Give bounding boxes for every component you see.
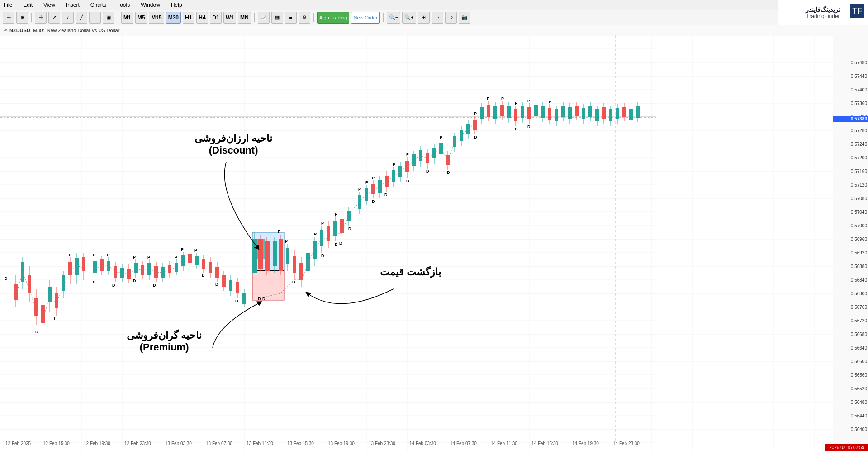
svg-rect-191 [426, 153, 429, 163]
svg-text:T: T [53, 316, 56, 321]
indicator-button[interactable]: ⚙ [299, 12, 310, 24]
svg-rect-104 [202, 259, 205, 269]
tf-d1[interactable]: D1 [210, 12, 222, 24]
svg-rect-86 [154, 266, 158, 278]
svg-rect-196 [439, 143, 443, 154]
price-56920: 0.56920 [851, 250, 867, 255]
candles-mid-left: P D P D P D [93, 253, 178, 288]
svg-text:P: P [181, 247, 184, 252]
menu-bar: File Edit View Insert Charts Tools Windo… [0, 0, 868, 10]
svg-rect-234 [534, 105, 538, 116]
svg-rect-73 [120, 268, 124, 278]
svg-text:P: P [365, 180, 368, 185]
menu-window[interactable]: Window [139, 1, 162, 9]
svg-rect-39 [28, 275, 31, 293]
menu-view[interactable]: View [42, 1, 57, 9]
price-56400: 0.56400 [851, 427, 867, 432]
tf-h4[interactable]: H4 [196, 12, 208, 24]
svg-rect-253 [595, 109, 599, 121]
svg-rect-157 [340, 219, 344, 233]
svg-text:12 Feb 23:30: 12 Feb 23:30 [124, 441, 151, 446]
zoom-out-chart[interactable]: 🔍− [387, 12, 400, 24]
svg-text:D: D [372, 199, 375, 204]
algo-trading-button[interactable]: Algo Trading [317, 12, 350, 24]
svg-rect-0 [0, 35, 833, 451]
tf-m15[interactable]: M15 [149, 12, 164, 24]
new-order-button[interactable]: New Order [351, 12, 379, 24]
svg-rect-96 [181, 255, 185, 266]
bar-button[interactable]: ■ [285, 12, 297, 24]
grid-button[interactable]: ⊞ [418, 12, 430, 24]
discount-zone-rect [252, 232, 284, 271]
menu-file[interactable]: File [2, 1, 14, 9]
tf-w1[interactable]: W1 [223, 12, 236, 24]
svg-rect-46 [48, 287, 52, 302]
premium-button[interactable]: Premium [2, 37, 31, 45]
price-56600: 0.56600 [851, 359, 867, 364]
new-chart-button[interactable]: ✛ [3, 12, 14, 24]
zoom-in-chart[interactable]: 🔍+ [402, 12, 416, 24]
price-56760: 0.56760 [851, 305, 867, 310]
chart-shift-button[interactable]: ⇨ [445, 12, 457, 24]
menu-help[interactable]: Help [169, 1, 184, 9]
svg-rect-48 [55, 293, 58, 308]
svg-rect-178 [392, 170, 395, 182]
svg-rect-77 [134, 263, 138, 273]
svg-rect-236 [541, 106, 545, 118]
svg-rect-238 [548, 108, 551, 120]
crosshair-button[interactable]: ✛ [35, 12, 47, 24]
menu-edit[interactable]: Edit [21, 1, 34, 9]
svg-text:D: D [292, 280, 295, 284]
menu-charts[interactable]: Charts [89, 1, 108, 9]
svg-text:D: D [215, 282, 218, 287]
zoom-in-button[interactable]: ⊕ [16, 12, 28, 24]
svg-rect-70 [114, 266, 117, 278]
svg-rect-219 [500, 105, 504, 116]
svg-text:13 Feb 03:30: 13 Feb 03:30 [165, 441, 192, 446]
shape-tool[interactable]: ▣ [103, 12, 114, 24]
pen-tool[interactable]: / [62, 12, 74, 24]
chart-container[interactable]: Premium Discount [0, 35, 833, 451]
svg-text:13 Feb 11:30: 13 Feb 11:30 [247, 441, 273, 446]
svg-rect-204 [460, 130, 463, 141]
chart-type-button[interactable]: 📈 [258, 12, 270, 24]
svg-text:D: D [474, 135, 477, 139]
svg-text:P: P [372, 176, 375, 180]
main-wrapper: Premium Discount [0, 35, 868, 451]
svg-text:13 Feb 19:30: 13 Feb 19:30 [328, 441, 355, 446]
svg-rect-249 [582, 108, 585, 119]
svg-rect-147 [320, 230, 323, 246]
screenshot-button[interactable]: 📷 [459, 12, 470, 24]
logo-name: TradingFinder [806, 13, 840, 19]
svg-text:P: P [93, 253, 95, 257]
arrow-tool[interactable]: ↗ [48, 12, 60, 24]
svg-text:D: D [153, 283, 156, 288]
svg-rect-89 [161, 267, 165, 278]
price-57080: 0.57080 [851, 196, 867, 201]
svg-text:D: D [348, 226, 351, 231]
line-tool[interactable]: ╱ [76, 12, 87, 24]
auto-scroll-button[interactable]: ⇒ [432, 12, 443, 24]
price-57000: 0.57000 [851, 223, 867, 228]
candles-uptrend: P P P D D P P D [349, 111, 477, 214]
candlestick-button[interactable]: ▦ [271, 12, 283, 24]
discount-button[interactable]: Discount [2, 47, 31, 55]
menu-tools[interactable]: Tools [115, 1, 132, 9]
tf-m5[interactable]: M5 [135, 12, 147, 24]
price-56680: 0.56680 [851, 332, 867, 337]
svg-text:P: P [527, 99, 530, 103]
logo-icon: TF [850, 4, 864, 18]
svg-text:P: P [549, 100, 551, 104]
tf-h1[interactable]: H1 [183, 12, 194, 24]
price-56440: 0.56440 [851, 413, 867, 418]
svg-rect-243 [561, 106, 565, 117]
tf-mn[interactable]: MN [238, 12, 251, 24]
svg-text:P: P [69, 253, 71, 257]
logo-persian: تریدینگ‌فایندر [806, 6, 840, 13]
menu-insert[interactable]: Insert [64, 1, 81, 9]
h-gridlines [0, 49, 656, 443]
tf-m30[interactable]: M30 [166, 12, 181, 24]
tf-m1[interactable]: M1 [121, 12, 133, 24]
text-tool[interactable]: T [89, 12, 101, 24]
svg-text:14 Feb 19:30: 14 Feb 19:30 [572, 441, 599, 446]
